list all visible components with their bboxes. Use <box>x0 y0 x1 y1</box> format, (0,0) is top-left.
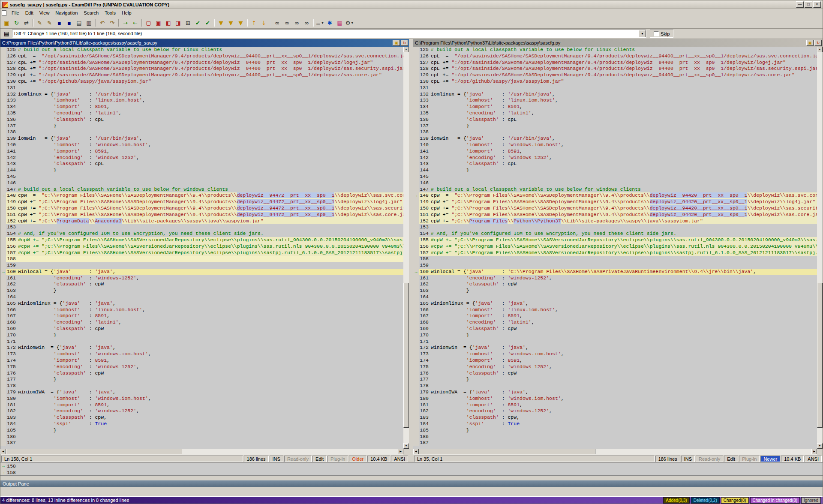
pane-splitter[interactable] <box>409 39 413 462</box>
code-line[interactable]: 139iomwin = {'java' : '/usr/bin/java', <box>0 135 403 142</box>
code-line[interactable]: 162 'classpath' : cpW <box>0 281 403 288</box>
code-line[interactable]: 170 } <box>413 332 817 339</box>
show-left-only-lines-button[interactable]: ◧ <box>163 18 173 27</box>
show-right-only-lines-button[interactable]: ◨ <box>173 18 183 27</box>
code-line[interactable]: 138 <box>413 129 817 135</box>
code-line[interactable]: 134 'iomport' : 8591, <box>413 104 817 110</box>
color-options-button[interactable]: ▦ <box>335 18 345 27</box>
code-line[interactable]: 175 'encoding' : 'windows-1252', <box>413 364 817 370</box>
copy-button[interactable]: ▥ <box>84 18 94 27</box>
find-previous-button[interactable]: ∞ <box>292 18 302 27</box>
menu-help[interactable]: Help <box>119 9 135 16</box>
code-line[interactable]: 185 } <box>0 427 403 434</box>
code-line[interactable]: 127cpL += ":/opt/sasinside/SASHome/SASDe… <box>0 60 403 66</box>
badge-changed-in-changed[interactable]: Changed in changed(8) <box>750 497 800 504</box>
code-line[interactable]: 180 'iomhost' : 'windows.iom.host', <box>413 396 817 402</box>
code-line[interactable]: 163 } <box>0 288 403 294</box>
scroll-left-button[interactable]: ◀ <box>413 449 419 454</box>
code-line[interactable]: 158 <box>413 256 817 262</box>
code-line[interactable]: 163 } <box>413 288 817 294</box>
code-line[interactable]: 152cpW += ";C:\\Program Files\\Python\\P… <box>413 218 817 225</box>
right-pane-header[interactable]: C:\Program Files\Python\Python37\Lib\sit… <box>413 39 823 47</box>
code-line[interactable]: 178 <box>0 383 403 389</box>
skip-checkbox[interactable] <box>654 31 659 36</box>
code-line[interactable]: 144 } <box>0 167 403 174</box>
menu-view[interactable]: View <box>36 9 53 16</box>
filter-3-button[interactable]: ▼ <box>236 18 246 27</box>
code-line[interactable]: 145 <box>413 174 817 180</box>
code-line[interactable]: 128cpL += ":/opt/sasinside/SASHome/SASDe… <box>0 66 403 72</box>
code-line[interactable]: 147# build out a local classpath variabl… <box>0 186 403 193</box>
right-open-file-button[interactable]: ▣ <box>806 40 814 46</box>
code-line[interactable]: 126cpL = "/opt/sasinside/SASHome/SASDepl… <box>413 53 817 60</box>
code-line[interactable]: 133 'iomhost' : 'linux.iom.host', <box>0 97 403 104</box>
code-line[interactable]: 128cpL += ":/opt/sasinside/SASHome/SASDe… <box>413 66 817 72</box>
badge-added[interactable]: Added(0,3) <box>663 497 689 504</box>
compare-button[interactable]: ▣ <box>2 18 12 27</box>
code-line[interactable]: 179winiomIWA = {'java' : 'java', <box>413 389 817 396</box>
scroll-right-button[interactable]: ▶ <box>398 449 403 454</box>
code-line[interactable]: 165winiomlinux = {'java' : 'java', <box>413 300 817 307</box>
code-line[interactable]: 143 'classpath' : cpL <box>413 161 817 167</box>
left-open-file-button[interactable]: ▣ <box>393 40 400 46</box>
code-line[interactable]: 183 'classpath' : cpW, <box>413 414 817 421</box>
code-line[interactable]: 176 'classpath' : cpW <box>413 370 817 377</box>
code-line[interactable]: 177 } <box>0 376 403 383</box>
code-line[interactable]: 126cpL = "/opt/sasinside/SASHome/SASDepl… <box>0 53 403 60</box>
scroll-right-button[interactable]: ▶ <box>811 449 817 454</box>
show-different-lines-button[interactable]: ▣ <box>153 18 163 27</box>
scroll-down-button[interactable]: ▼ <box>403 443 409 449</box>
filter-1-button[interactable]: ▼ <box>216 18 226 27</box>
scroll-left-button[interactable]: ◀ <box>0 449 6 454</box>
badge-deleted[interactable]: Deleted(0,2) <box>691 497 720 504</box>
code-line[interactable]: 146 <box>0 180 403 186</box>
code-line[interactable]: 184 'sspi' : True <box>413 421 817 427</box>
code-line[interactable]: 149cpW += ";C:\\Program Files\\SASHome\\… <box>413 199 817 205</box>
menu-file[interactable]: File <box>9 9 22 16</box>
left-vscroll-thumb[interactable] <box>403 283 409 427</box>
code-line[interactable]: 185 } <box>413 427 817 434</box>
code-line[interactable]: 150cpW += ";C:\\Program Files\\SASHome\\… <box>413 205 817 212</box>
badge-changed[interactable]: Changed(8) <box>721 497 749 504</box>
left-refresh-file-button[interactable]: ↻ <box>401 40 408 46</box>
ignore-case-button[interactable]: ✔ <box>193 18 203 27</box>
code-line[interactable]: →148cpW = "C:\\Program Files\\SASHome\\S… <box>413 192 817 199</box>
code-line[interactable]: 142 'encoding' : 'windows-1252', <box>413 155 817 161</box>
right-vertical-scrollbar[interactable]: ▲ ▼ <box>817 47 823 449</box>
print-button[interactable]: ▤ <box>74 18 84 27</box>
plugins-button[interactable]: ✱ <box>325 18 335 27</box>
details-grid-button[interactable]: ⊞ <box>183 18 193 27</box>
find-next-button[interactable]: ∞ <box>282 18 292 27</box>
left-vertical-scrollbar[interactable]: ▲ ▼ <box>403 47 409 449</box>
code-line[interactable]: 153 <box>413 224 817 231</box>
code-line[interactable]: 183 'classpath' : cpW, <box>0 414 403 421</box>
diff-selector-combobox[interactable]: Diff 4: Change 1 line (160, first file) … <box>12 30 646 38</box>
code-line[interactable]: 158 <box>0 256 403 262</box>
save-second-file-button[interactable]: ▪ <box>64 18 74 27</box>
code-line[interactable]: 125# build out a local classpath variabl… <box>413 47 817 53</box>
code-line[interactable]: 130cpL += ":/opt/github/saspy/java/saspy… <box>0 78 403 85</box>
right-vscroll-track[interactable] <box>817 52 823 443</box>
code-line[interactable]: 137 } <box>413 123 817 129</box>
code-line[interactable]: 184 'sspi' : True <box>0 421 403 427</box>
recompare-button[interactable]: ↻ <box>12 18 21 27</box>
code-line[interactable]: 131 <box>413 85 817 91</box>
undo-button[interactable]: ↶ <box>97 18 107 27</box>
code-line[interactable]: 125# build out a local classpath variabl… <box>0 47 403 53</box>
left-vscroll-track[interactable] <box>403 52 409 443</box>
minimize-button[interactable]: — <box>796 1 804 8</box>
code-line[interactable]: 142 'encoding' : 'windows-1252', <box>0 155 403 161</box>
output-pane-caption[interactable]: Output Pane <box>0 480 823 487</box>
menu-navigation[interactable]: Navigation <box>52 9 81 16</box>
code-line[interactable]: 159 <box>0 262 403 269</box>
code-line[interactable]: 137 } <box>0 123 403 129</box>
next-difference-button[interactable]: → <box>120 18 130 27</box>
code-line[interactable]: 180 'iomhost' : 'windows.iom.host', <box>0 396 403 402</box>
code-line[interactable]: 131 <box>0 85 403 91</box>
code-line[interactable]: 156#cpW += ";C:\\Program Files\\SASHome\… <box>413 243 817 250</box>
code-line[interactable]: 165winiomlinux = {'java' : 'java', <box>0 300 403 307</box>
code-line[interactable]: →148cpW = "C:\\Program Files\\SASHome\\S… <box>0 192 403 199</box>
menu-edit[interactable]: Edit <box>22 9 36 16</box>
code-line[interactable]: 172winiomwin = {'java' : 'java', <box>413 345 817 351</box>
right-hscroll-thumb[interactable] <box>419 449 595 454</box>
